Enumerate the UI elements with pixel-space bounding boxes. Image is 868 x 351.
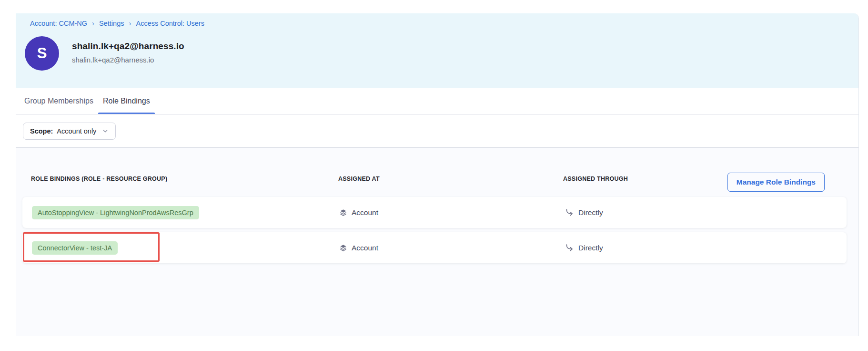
breadcrumb-link-settings[interactable]: Settings [99, 20, 124, 27]
user-detail-page: Account: CCM-NG › Settings › Access Cont… [16, 13, 859, 336]
role-bindings-list: AutoStoppingView - LightwingNonProdAwsRe… [22, 197, 847, 268]
directly-arrow-icon [565, 243, 574, 252]
assigned-at-value: Account [352, 208, 378, 217]
role-binding-cell: AutoStoppingView - LightwingNonProdAwsRe… [32, 206, 199, 219]
column-header-role-bindings: ROLE BINDINGS (ROLE - RESOURCE GROUP) [31, 176, 338, 182]
scope-dropdown-label: Scope: [30, 127, 53, 135]
tab-role-bindings[interactable]: Role Bindings [98, 88, 155, 114]
table-row: ConnectorView - test-JA Account Directly [22, 232, 847, 263]
role-bindings-panel: ROLE BINDINGS (ROLE - RESOURCE GROUP) AS… [16, 148, 858, 336]
table-row: AutoStoppingView - LightwingNonProdAwsRe… [22, 197, 847, 228]
filter-bar: Scope: Account only [16, 114, 858, 148]
assigned-through-value: Directly [578, 244, 603, 252]
active-tab-underline [98, 113, 155, 114]
assigned-through-cell: Directly [565, 208, 603, 217]
assigned-at-cell: Account [339, 208, 378, 217]
profile-email: shalin.lk+qa2@harness.io [72, 56, 184, 64]
breadcrumb: Account: CCM-NG › Settings › Access Cont… [30, 19, 204, 27]
assigned-through-cell: Directly [565, 243, 603, 252]
layers-icon [339, 208, 347, 217]
chevron-down-icon [102, 128, 109, 134]
scope-dropdown[interactable]: Scope: Account only [23, 123, 116, 140]
profile-info: shalin.lk+qa2@harness.io shalin.lk+qa2@h… [72, 41, 184, 64]
column-header-assigned-at: ASSIGNED AT [338, 176, 563, 182]
assigned-through-value: Directly [578, 208, 603, 217]
breadcrumb-link-access-control-users[interactable]: Access Control: Users [136, 20, 204, 27]
breadcrumb-separator-icon: › [92, 19, 94, 27]
avatar: S [25, 36, 59, 71]
manage-role-bindings-button[interactable]: Manage Role Bindings [727, 173, 825, 192]
page-header: Account: CCM-NG › Settings › Access Cont… [16, 13, 858, 88]
tab-label: Group Memberships [24, 97, 93, 105]
breadcrumb-link-account[interactable]: Account: CCM-NG [30, 20, 87, 27]
role-binding-cell: ConnectorView - test-JA [32, 241, 118, 255]
layers-icon [339, 244, 347, 252]
tab-group-memberships[interactable]: Group Memberships [20, 88, 98, 114]
assigned-at-value: Account [352, 244, 378, 252]
directly-arrow-icon [565, 208, 574, 217]
tab-label: Role Bindings [103, 97, 150, 105]
role-binding-badge: AutoStoppingView - LightwingNonProdAwsRe… [32, 206, 199, 219]
scope-dropdown-value: Account only [57, 127, 96, 135]
assigned-at-cell: Account [339, 244, 378, 252]
page-title: shalin.lk+qa2@harness.io [72, 41, 184, 52]
role-binding-badge: ConnectorView - test-JA [32, 241, 118, 255]
breadcrumb-separator-icon: › [129, 19, 131, 27]
tab-bar: Group Memberships Role Bindings [16, 88, 858, 114]
table-header-row: ROLE BINDINGS (ROLE - RESOURCE GROUP) AS… [31, 176, 801, 182]
